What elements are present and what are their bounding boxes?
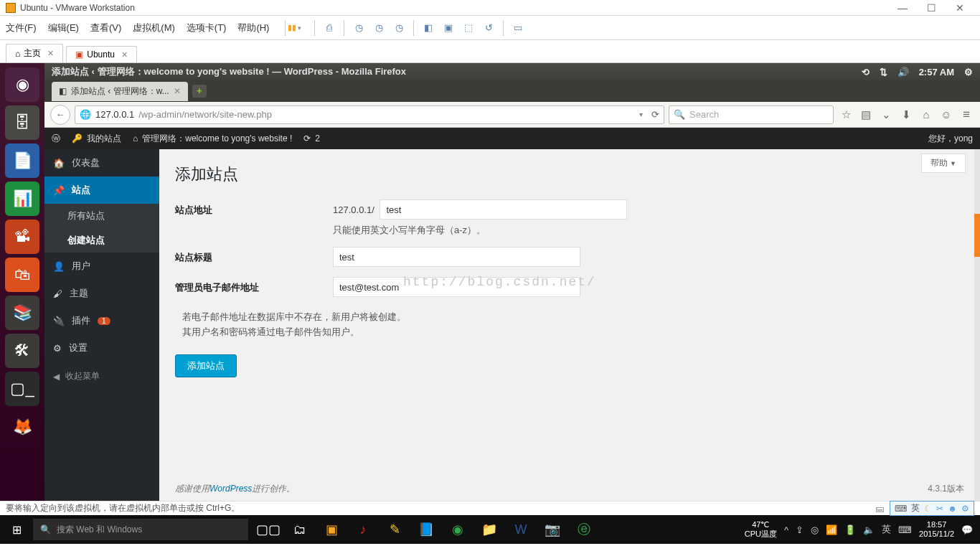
close-button[interactable]: ✕	[946, 2, 974, 14]
taskbar-app-camera[interactable]: 📷	[537, 515, 568, 544]
scrollbar-track[interactable]	[974, 149, 980, 501]
cycle-icon[interactable]: ↺	[481, 20, 496, 36]
sidebar-sub-new-site[interactable]: 创建站点	[44, 228, 159, 253]
taskbar-app-vmware[interactable]: ▣	[316, 515, 347, 544]
downloads-icon[interactable]: ⬇	[898, 108, 914, 121]
my-sites[interactable]: 🔑我的站点	[72, 133, 121, 145]
taskbar-app-chrome[interactable]: ◉	[442, 515, 473, 544]
snapshot-icon[interactable]: ⎙	[321, 20, 337, 36]
close-icon[interactable]: ✕	[174, 86, 181, 96]
vm-tab-ubuntu[interactable]: ▣ Ubuntu ✕	[66, 46, 137, 62]
ime-indicator-bar[interactable]: ⌨ 英 ☾ ✂ ☻ ⚙	[890, 501, 974, 516]
back-button[interactable]: ←	[50, 105, 70, 125]
scrollbar-thumb[interactable]	[974, 214, 980, 257]
clock-indicator[interactable]: 2:57 AM	[919, 67, 954, 77]
notifications-icon[interactable]: 💬	[961, 524, 973, 535]
books-icon[interactable]: 📚	[5, 296, 39, 330]
updates-count[interactable]: ⟳2	[303, 133, 320, 143]
fullscreen-icon[interactable]: ▭	[510, 20, 526, 36]
wifi-icon[interactable]: 📶	[826, 524, 837, 535]
url-bar[interactable]: 🌐 127.0.0.1/wp-admin/network/site-new.ph…	[75, 105, 664, 124]
menu-file[interactable]: 文件(F)	[6, 22, 37, 34]
taskbar-app-notes[interactable]: ✎	[379, 515, 410, 544]
unity-icon[interactable]: ⬚	[461, 20, 476, 36]
start-button[interactable]: ⊞	[0, 515, 33, 544]
clock1-icon[interactable]: ◷	[351, 20, 367, 36]
view1-icon[interactable]: ◧	[420, 20, 436, 36]
search-bar[interactable]: 🔍 Search	[669, 105, 834, 124]
impress-icon[interactable]: 📽	[5, 220, 39, 254]
taskbar-app-music[interactable]: ♪	[347, 515, 379, 544]
pause-icon[interactable]: ▮▮▾	[292, 20, 308, 36]
writer-icon[interactable]: 📄	[5, 143, 39, 178]
taskbar-app-folder[interactable]: 📁	[473, 515, 505, 544]
tray-expand-icon[interactable]: ^	[784, 524, 788, 535]
home-icon[interactable]: ⌂	[918, 108, 934, 121]
sidebar-item-dashboard[interactable]: 🏠仪表盘	[44, 149, 159, 176]
wordpress-link[interactable]: WordPress	[209, 484, 252, 494]
close-icon[interactable]: ✕	[121, 50, 128, 60]
terminal-icon[interactable]: ▢_	[5, 372, 39, 406]
site-address-input[interactable]	[380, 199, 627, 220]
menu-help[interactable]: 帮助(H)	[237, 22, 269, 34]
gear-icon[interactable]: ⚙	[964, 67, 973, 77]
taskbar-app-wps[interactable]: 📘	[410, 515, 442, 544]
reload-icon[interactable]: ⟳	[651, 109, 659, 120]
sidebar-sub-all-sites[interactable]: 所有站点	[44, 204, 159, 228]
minimize-button[interactable]: —	[888, 2, 917, 14]
taskbar-app-ie[interactable]: ⓔ	[568, 515, 600, 544]
taskbar-app-explorer[interactable]: 🗂	[284, 515, 316, 544]
greeting[interactable]: 您好，yong	[928, 133, 973, 145]
chevron-down-icon[interactable]: ▾	[639, 110, 643, 118]
ime-icon[interactable]: 英	[882, 523, 891, 536]
sidebar-item-settings[interactable]: ⚙设置	[44, 334, 159, 362]
usb-icon[interactable]: ⇪	[796, 524, 804, 535]
sidebar-item-plugins[interactable]: 🔌插件1	[44, 307, 159, 334]
vm-device-icon[interactable]: 🖴	[875, 504, 884, 514]
volume-icon[interactable]: 🔊	[897, 67, 909, 77]
bookmarks-icon[interactable]: ▤	[858, 108, 874, 121]
firefox-tab[interactable]: ◧ 添加站点 ‹ 管理网络：w... ✕	[52, 82, 188, 101]
sync-icon[interactable]: ⟲	[862, 67, 870, 77]
add-site-button[interactable]: 添加站点	[175, 354, 237, 377]
clock3-icon[interactable]: ◷	[391, 20, 407, 36]
settings-tool-icon[interactable]: 🛠	[5, 334, 39, 368]
calc-icon[interactable]: 📊	[5, 182, 39, 216]
menu-tab[interactable]: 选项卡(T)	[187, 22, 227, 34]
sidebar-item-users[interactable]: 👤用户	[44, 253, 159, 280]
close-icon[interactable]: ✕	[47, 49, 54, 58]
dash-icon[interactable]: ◉	[5, 67, 39, 102]
taskbar-clock[interactable]: 18:57 2015/11/2	[919, 520, 954, 539]
location-icon[interactable]: ◎	[811, 524, 819, 535]
site-title-input[interactable]	[333, 247, 580, 267]
network-link[interactable]: ⌂管理网络：welcome to yong's website !	[133, 133, 292, 145]
battery-icon[interactable]: 🔋	[844, 524, 856, 535]
task-view-icon[interactable]: ▢▢	[253, 515, 284, 544]
help-tab[interactable]: 帮助 ▼	[921, 154, 966, 173]
menu-vm[interactable]: 虚拟机(M)	[133, 22, 175, 34]
cortana-search[interactable]: 🔍 搜索 Web 和 Windows	[33, 519, 248, 540]
taskbar-app-word[interactable]: W	[505, 515, 537, 544]
menu-edit[interactable]: 编辑(E)	[48, 22, 79, 34]
admin-email-input[interactable]	[333, 277, 580, 297]
keyboard-icon[interactable]: ⌨	[898, 524, 912, 535]
cpu-temp[interactable]: 47℃ CPU温度	[745, 520, 777, 539]
new-tab-button[interactable]: +	[192, 85, 207, 98]
hamburger-icon[interactable]: ≡	[958, 108, 974, 122]
star-icon[interactable]: ☆	[838, 108, 854, 121]
software-center-icon[interactable]: 🛍	[5, 258, 39, 292]
chat-icon[interactable]: ☺	[938, 108, 954, 121]
sidebar-collapse[interactable]: ◀收起菜单	[44, 362, 159, 391]
sidebar-item-themes[interactable]: 🖌主题	[44, 280, 159, 307]
wp-logo[interactable]: ⓦ	[52, 133, 60, 145]
network-icon[interactable]: ⇅	[880, 67, 887, 77]
pocket-icon[interactable]: ⌄	[878, 108, 894, 121]
firefox-dock-icon[interactable]: 🦊	[5, 410, 39, 444]
files-icon[interactable]: 🗄	[5, 105, 39, 140]
view2-icon[interactable]: ▣	[440, 20, 456, 36]
volume-icon[interactable]: 🔈	[863, 524, 875, 535]
sidebar-item-sites[interactable]: 📌站点	[44, 176, 159, 204]
vm-tab-home[interactable]: ⌂ 主页 ✕	[6, 44, 63, 62]
menu-view[interactable]: 查看(V)	[90, 22, 121, 34]
maximize-button[interactable]: ☐	[917, 2, 946, 14]
